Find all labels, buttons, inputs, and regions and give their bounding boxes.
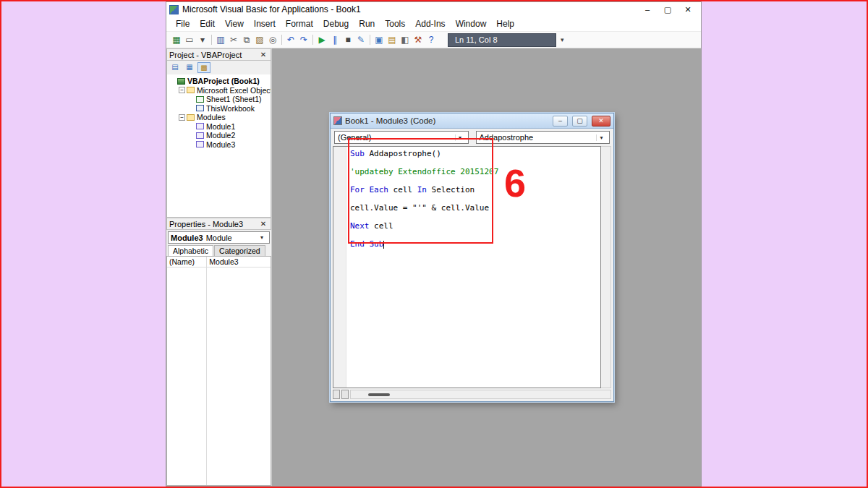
reset-icon[interactable]: ■ bbox=[341, 34, 354, 46]
window-controls: – ▢ ✕ bbox=[637, 4, 698, 15]
dropdown-arrow-icon: ▾ bbox=[257, 234, 267, 241]
vertical-scrollbar[interactable] bbox=[601, 146, 611, 388]
code-line: End Sub bbox=[350, 240, 599, 249]
view-code-icon[interactable]: ▤ bbox=[169, 62, 182, 73]
menu-window[interactable]: Window bbox=[451, 17, 492, 30]
vba-project-icon bbox=[177, 78, 185, 85]
tree-item-module2[interactable]: Module2 bbox=[167, 131, 271, 140]
menu-tools[interactable]: Tools bbox=[380, 17, 410, 30]
procedure-dropdown[interactable]: Addapostrophe ▾ bbox=[476, 131, 610, 144]
toolbox-icon[interactable]: ⚒ bbox=[412, 34, 425, 46]
tree-item-module1[interactable]: Module1 bbox=[167, 122, 271, 132]
code-segment: Each bbox=[370, 185, 389, 194]
code-close-button[interactable]: ✕ bbox=[592, 116, 610, 127]
project-explorer-icon[interactable]: ▣ bbox=[373, 34, 386, 46]
menu-run[interactable]: Run bbox=[354, 17, 380, 30]
menu-view[interactable]: View bbox=[220, 17, 249, 30]
project-panel-close-icon[interactable]: ✕ bbox=[258, 51, 268, 59]
menu-format[interactable]: Format bbox=[281, 17, 318, 30]
code-window-icon bbox=[333, 116, 342, 125]
menu-help[interactable]: Help bbox=[491, 17, 519, 30]
properties-object-type: Module bbox=[206, 234, 232, 242]
maximize-button[interactable]: ▢ bbox=[658, 4, 678, 15]
insert-dropdown-arrow-icon[interactable]: ▾ bbox=[196, 34, 209, 46]
title-bar: Microsoft Visual Basic for Applications … bbox=[166, 2, 701, 17]
undo-icon[interactable]: ↶ bbox=[284, 34, 297, 46]
toolbar-options-icon[interactable]: ▾ bbox=[561, 36, 564, 43]
property-row[interactable]: (Name)Module3 bbox=[167, 257, 271, 267]
tab-categorized[interactable]: Categorized bbox=[214, 245, 265, 256]
toolbar: ▦▭▾▥✂⧉▨◎↶↷▶∥■✎▣▤◧⚒? Ln 11, Col 8 ▾ bbox=[166, 32, 701, 48]
properties-panel-title: Properties - Module3 bbox=[169, 220, 258, 228]
code-maximize-button[interactable]: ▢ bbox=[572, 116, 587, 127]
tree-item-label: Module2 bbox=[206, 131, 235, 140]
properties-object-dropdown[interactable]: Module3 Module ▾ bbox=[168, 231, 270, 244]
tree-item-vbaproject-book1[interactable]: VBAProject (Book1) bbox=[167, 77, 271, 86]
properties-panel-close-icon[interactable]: ✕ bbox=[258, 220, 268, 228]
tree-item-microsoft-excel-objects[interactable]: −Microsoft Excel Objects bbox=[167, 86, 271, 95]
menu-file[interactable]: File bbox=[171, 17, 195, 30]
properties-window-icon[interactable]: ▤ bbox=[386, 34, 399, 46]
minimize-button[interactable]: – bbox=[637, 4, 658, 15]
close-button[interactable]: ✕ bbox=[678, 4, 698, 15]
folder-icon bbox=[187, 114, 195, 121]
code-minimize-button[interactable]: – bbox=[553, 116, 568, 127]
toolbar-separator bbox=[281, 35, 282, 45]
tree-item-sheet1-sheet1[interactable]: Sheet1 (Sheet1) bbox=[167, 95, 271, 104]
menu-insert[interactable]: Insert bbox=[249, 17, 281, 30]
code-line: Sub Addapostrophe() bbox=[350, 150, 599, 159]
save-icon[interactable]: ▥ bbox=[214, 34, 227, 46]
tab-alphabetic[interactable]: Alphabetic bbox=[168, 245, 213, 256]
procedure-dropdown-value: Addapostrophe bbox=[480, 133, 534, 142]
tree-expander-icon[interactable]: − bbox=[179, 114, 185, 121]
design-mode-icon[interactable]: ✎ bbox=[354, 34, 367, 46]
code-segment: Addapostrophe() bbox=[365, 149, 441, 158]
break-icon[interactable]: ∥ bbox=[328, 34, 341, 46]
menu-edit[interactable]: Edit bbox=[195, 17, 220, 30]
copy-icon[interactable]: ⧉ bbox=[240, 34, 253, 46]
folder-icon bbox=[187, 87, 195, 93]
code-editor[interactable]: Sub Addapostrophe() 'updateby Extendoffi… bbox=[333, 146, 601, 388]
margin-toggle-handle[interactable] bbox=[333, 390, 340, 399]
module-icon bbox=[196, 123, 204, 129]
properties-panel: Properties - Module3 ✕ Module3 Module ▾ … bbox=[166, 218, 271, 486]
insert-userform-icon[interactable]: ▭ bbox=[183, 34, 196, 46]
cut-icon[interactable]: ✂ bbox=[227, 34, 240, 46]
horizontal-scrollbar[interactable] bbox=[350, 390, 611, 399]
tree-item-thisworkbook[interactable]: ThisWorkbook bbox=[167, 104, 271, 114]
run-icon[interactable]: ▶ bbox=[315, 34, 328, 46]
split-handle[interactable] bbox=[341, 390, 349, 399]
scrollbar-thumb[interactable] bbox=[368, 393, 390, 396]
tree-expander-icon[interactable]: − bbox=[179, 87, 185, 93]
tree-item-label: Modules bbox=[197, 113, 226, 121]
properties-grid: (Name)Module3 bbox=[166, 256, 271, 486]
code-segment: For bbox=[350, 185, 365, 194]
menu-add-ins[interactable]: Add-Ins bbox=[410, 17, 450, 30]
project-explorer-panel: Project - VBAProject ✕ ▤▦▩ VBAProject (B… bbox=[166, 48, 271, 218]
code-line: Next cell bbox=[350, 222, 599, 231]
property-value[interactable]: Module3 bbox=[206, 257, 271, 266]
object-dropdown[interactable]: (General) ▾ bbox=[334, 131, 469, 144]
tree-item-modules[interactable]: −Modules bbox=[167, 113, 271, 122]
tree-item-label: Module3 bbox=[206, 140, 235, 149]
object-browser-icon[interactable]: ◧ bbox=[399, 34, 412, 46]
code-line bbox=[350, 231, 599, 241]
code-line: For Each cell In Selection bbox=[350, 186, 599, 195]
toggle-folders-icon[interactable]: ▩ bbox=[197, 62, 210, 73]
toolbar-separator bbox=[312, 35, 313, 45]
object-dropdown-value: (General) bbox=[338, 133, 371, 142]
redo-icon[interactable]: ↷ bbox=[297, 34, 310, 46]
window-title: Microsoft Visual Basic for Applications … bbox=[182, 4, 634, 14]
code-segment: cell bbox=[370, 221, 393, 231]
project-panel-header: Project - VBAProject ✕ bbox=[166, 48, 271, 61]
find-icon[interactable]: ◎ bbox=[266, 34, 279, 46]
view-object-icon[interactable]: ▦ bbox=[183, 62, 196, 73]
paste-icon[interactable]: ▨ bbox=[253, 34, 266, 46]
tree-item-label: Module1 bbox=[206, 122, 235, 131]
code-window-titlebar[interactable]: Book1 - Module3 (Code) – ▢ ✕ bbox=[331, 114, 613, 129]
menu-debug[interactable]: Debug bbox=[318, 17, 354, 30]
tree-item-module3[interactable]: Module3 bbox=[167, 140, 271, 150]
help-icon[interactable]: ? bbox=[425, 34, 438, 46]
toolbar-separator bbox=[211, 35, 212, 45]
view-excel-icon[interactable]: ▦ bbox=[170, 34, 183, 46]
